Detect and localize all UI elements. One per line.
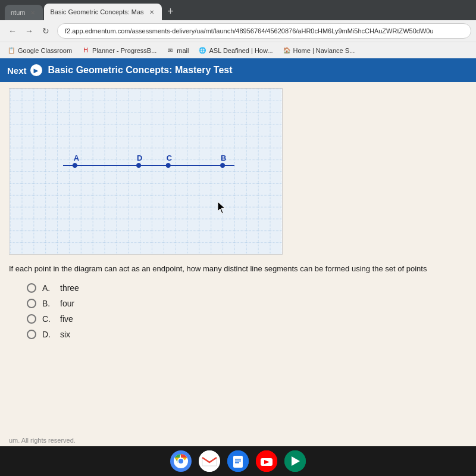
svg-rect-17 [199, 450, 220, 472]
svg-point-8 [166, 163, 171, 168]
address-text: f2.app.edmentum.com/assessments-delivery… [65, 27, 434, 35]
bookmark-asl[interactable]: 🌐 ASL Deafined | How... [196, 45, 275, 56]
bookmark-label-2: Planner - ProgressB... [92, 47, 156, 54]
choice-text-d: six [60, 330, 70, 339]
bookmark-label-3: mail [177, 47, 189, 54]
tab-label-1: ntum [11, 9, 25, 16]
diagram-svg: A D C B [10, 89, 282, 254]
svg-rect-20 [235, 459, 241, 460]
bookmark-icon-2: H [82, 46, 90, 55]
radio-a[interactable] [27, 283, 36, 293]
bookmarks-bar: 📋 Google Classroom H Planner - ProgressB… [0, 42, 476, 58]
tab-close-2[interactable]: ✕ [148, 8, 156, 16]
diagram-container: A D C B [9, 88, 283, 255]
radio-d[interactable] [27, 330, 36, 339]
answer-choices: A. three B. four C. five [9, 283, 467, 339]
browser-window: ntum ✕ Basic Geometric Concepts: Mas ✕ +… [0, 0, 476, 476]
page-content: A D C B If each point in the diag [0, 82, 476, 434]
bookmark-icon-5: 🏠 [283, 46, 291, 55]
bookmark-label-1: Google Classroom [18, 47, 72, 54]
choice-letter-d: D. [42, 330, 54, 339]
svg-point-10 [220, 163, 225, 168]
content-area: Next ► Basic Geometric Concepts: Mastery… [0, 58, 476, 446]
tab-label-2: Basic Geometric Concepts: Mas [50, 8, 143, 15]
radio-b[interactable] [27, 299, 36, 308]
svg-text:C: C [167, 154, 172, 162]
choice-text-a: three [60, 283, 79, 293]
svg-point-16 [178, 459, 183, 464]
chrome-taskbar-icon[interactable] [170, 450, 192, 472]
bookmark-icon-4: 🌐 [198, 46, 206, 55]
page-title: Basic Geometric Concepts: Mastery Test [48, 65, 233, 76]
answer-choice-b[interactable]: B. four [27, 299, 467, 308]
svg-rect-22 [235, 462, 239, 464]
footer-text: um. All rights reserved. [9, 437, 76, 444]
radio-c[interactable] [27, 314, 36, 324]
forward-button[interactable]: → [21, 23, 37, 39]
address-bar-row: ← → ↻ f2.app.edmentum.com/assessments-de… [0, 20, 476, 42]
drive-taskbar-icon[interactable] [227, 450, 249, 472]
question-text: If each point in the diagram can act as … [9, 261, 467, 277]
page-toolbar: Next ► Basic Geometric Concepts: Mastery… [0, 58, 476, 82]
svg-text:B: B [221, 154, 226, 162]
tab-bar: ntum ✕ Basic Geometric Concepts: Mas ✕ + [0, 0, 476, 20]
address-bar[interactable]: f2.app.edmentum.com/assessments-delivery… [57, 23, 471, 39]
choice-letter-c: C. [42, 314, 54, 324]
next-icon: ► [30, 64, 42, 76]
answer-choice-d[interactable]: D. six [27, 330, 467, 339]
next-button[interactable]: Next ► [7, 64, 42, 76]
svg-point-4 [73, 163, 77, 168]
svg-point-6 [136, 163, 141, 168]
tab-close-1[interactable]: ✕ [29, 8, 37, 17]
bookmark-home[interactable]: 🏠 Home | Naviance S... [280, 45, 358, 56]
svg-rect-19 [233, 456, 243, 468]
taskbar [0, 446, 476, 476]
bookmark-label-5: Home | Naviance S... [293, 47, 355, 54]
back-button[interactable]: ← [5, 23, 20, 39]
tab-inactive-1[interactable]: ntum ✕ [5, 5, 43, 20]
bookmark-google-classroom[interactable]: 📋 Google Classroom [5, 45, 74, 56]
bookmark-icon-1: 📋 [7, 46, 15, 55]
gmail-taskbar-icon[interactable] [199, 450, 220, 472]
reload-button[interactable]: ↻ [38, 23, 54, 39]
playstore-taskbar-icon[interactable] [284, 450, 306, 472]
youtube-taskbar-icon[interactable] [256, 450, 277, 472]
svg-rect-21 [235, 461, 241, 462]
svg-text:D: D [137, 154, 142, 162]
choice-text-b: four [60, 299, 74, 308]
page-footer: um. All rights reserved. [0, 434, 476, 446]
next-label: Next [7, 65, 27, 76]
bookmark-label-4: ASL Deafined | How... [209, 47, 273, 54]
choice-letter-b: B. [42, 299, 54, 308]
answer-choice-c[interactable]: C. five [27, 314, 467, 324]
choice-text-c: five [60, 314, 73, 324]
svg-rect-2 [10, 89, 282, 254]
bookmark-icon-3: ✉ [166, 46, 174, 55]
answer-choice-a[interactable]: A. three [27, 283, 467, 293]
svg-text:A: A [74, 154, 79, 162]
nav-buttons: ← → ↻ [5, 23, 54, 39]
choice-letter-a: A. [42, 283, 54, 293]
bookmark-mail[interactable]: ✉ mail [164, 45, 191, 56]
new-tab-button[interactable]: + [163, 4, 178, 19]
bookmark-planner[interactable]: H Planner - ProgressB... [79, 45, 159, 56]
tab-active-2[interactable]: Basic Geometric Concepts: Mas ✕ [44, 4, 161, 20]
